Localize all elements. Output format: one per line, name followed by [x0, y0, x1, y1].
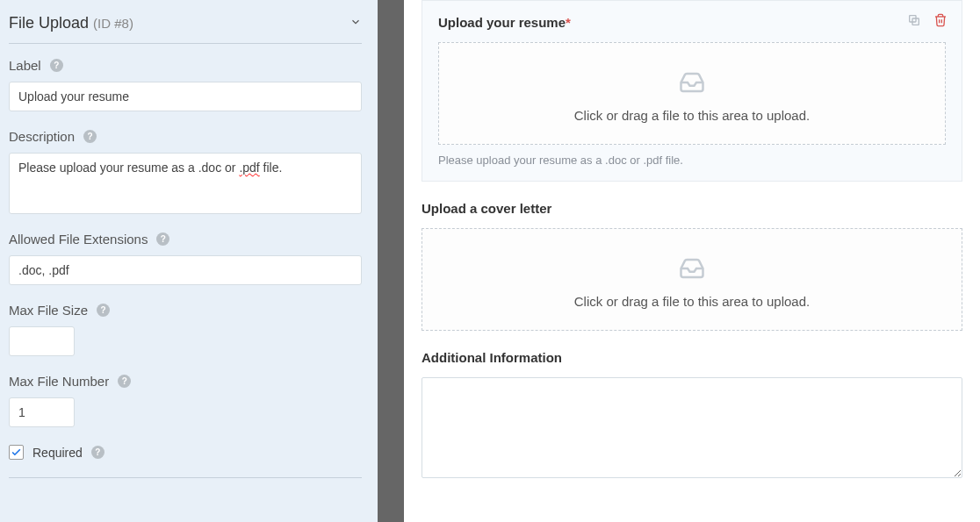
- upload-resume-description: Please upload your resume as a .doc or .…: [438, 154, 946, 167]
- help-icon[interactable]: ?: [91, 446, 104, 459]
- upload-cover-block: Upload a cover letter Click or drag a fi…: [422, 201, 962, 331]
- label-input[interactable]: [9, 82, 362, 111]
- dropzone-message: Click or drag a file to this area to upl…: [448, 108, 936, 123]
- field-description: Description ? Please upload your resume …: [9, 129, 362, 214]
- label-text: Label: [9, 58, 41, 73]
- description-input[interactable]: Please upload your resume as a .doc or .…: [9, 153, 362, 214]
- block-actions: [907, 13, 948, 30]
- settings-sidebar: File Upload (ID #8) Label ? Description …: [0, 0, 378, 522]
- pane-divider[interactable]: [378, 0, 404, 522]
- field-label: Label ?: [9, 58, 362, 111]
- description-label: Description: [9, 129, 75, 144]
- panel-header: File Upload (ID #8): [9, 9, 362, 43]
- form-preview: Upload your resume* Click or drag a file…: [404, 0, 980, 522]
- max-num-input[interactable]: [9, 397, 75, 427]
- help-icon[interactable]: ?: [118, 375, 131, 388]
- trash-icon[interactable]: [933, 13, 948, 30]
- required-label: Required: [32, 446, 83, 460]
- tray-icon: [676, 255, 708, 282]
- help-icon[interactable]: ?: [97, 304, 110, 317]
- max-size-label: Max File Size: [9, 303, 88, 318]
- help-icon[interactable]: ?: [156, 232, 169, 246]
- copy-icon[interactable]: [907, 13, 921, 30]
- upload-cover-title: Upload a cover letter: [422, 201, 962, 216]
- dropzone[interactable]: Click or drag a file to this area to upl…: [438, 42, 946, 145]
- additional-info-block: Additional Information: [422, 350, 962, 481]
- divider: [9, 477, 362, 478]
- required-checkbox[interactable]: [9, 445, 24, 460]
- upload-resume-block[interactable]: Upload your resume* Click or drag a file…: [422, 0, 962, 182]
- max-num-label: Max File Number: [9, 374, 109, 389]
- divider: [9, 43, 362, 44]
- field-allowed-ext: Allowed File Extensions ?: [9, 232, 362, 285]
- app-container: File Upload (ID #8) Label ? Description …: [0, 0, 980, 522]
- field-max-size: Max File Size ?: [9, 303, 362, 356]
- panel-id: (ID #8): [93, 16, 133, 31]
- chevron-down-icon[interactable]: [349, 16, 362, 32]
- tray-icon: [676, 69, 708, 96]
- dropzone[interactable]: Click or drag a file to this area to upl…: [422, 228, 962, 331]
- field-required: Required ?: [9, 445, 362, 460]
- upload-resume-title: Upload your resume*: [438, 15, 946, 30]
- field-max-num: Max File Number ?: [9, 374, 362, 427]
- panel-title: File Upload (ID #8): [9, 14, 133, 32]
- dropzone-message: Click or drag a file to this area to upl…: [431, 294, 953, 309]
- additional-info-textarea[interactable]: [422, 377, 962, 478]
- max-size-input[interactable]: [9, 326, 75, 356]
- allowed-ext-input[interactable]: [9, 255, 362, 285]
- additional-info-title: Additional Information: [422, 350, 962, 365]
- allowed-ext-label: Allowed File Extensions: [9, 232, 148, 247]
- help-icon[interactable]: ?: [50, 59, 63, 72]
- help-icon[interactable]: ?: [83, 130, 97, 143]
